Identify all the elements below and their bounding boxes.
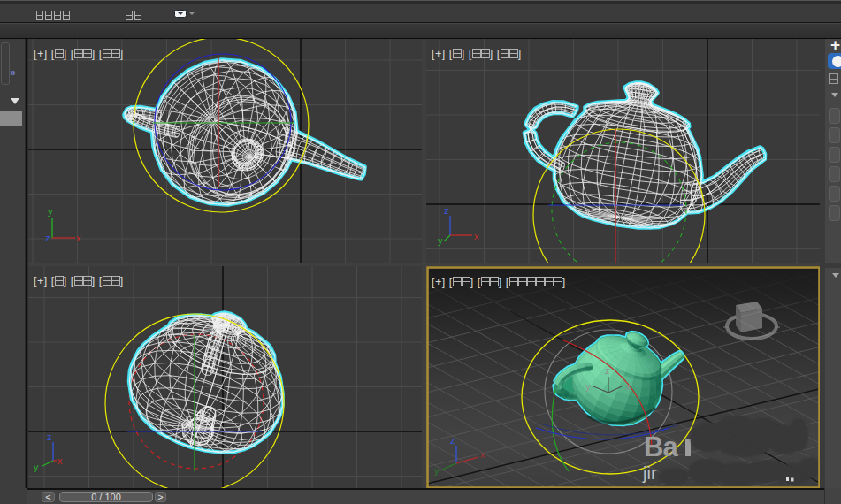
- svg-text:y: y: [438, 235, 443, 246]
- svg-text:z: z: [45, 233, 50, 243]
- svg-text:y: y: [34, 462, 39, 472]
- svg-text:y: y: [585, 381, 591, 392]
- svg-text:z: z: [450, 435, 455, 446]
- svg-text:x: x: [57, 455, 63, 466]
- svg-text:x: x: [474, 231, 479, 241]
- svg-text:z: z: [444, 205, 449, 216]
- svg-text:y: y: [48, 206, 53, 217]
- svg-text:y: y: [434, 465, 440, 476]
- svg-text:x: x: [480, 449, 485, 460]
- svg-text:z: z: [47, 431, 52, 442]
- svg-text:Ba: Ba: [644, 431, 678, 462]
- svg-text:z: z: [605, 365, 610, 376]
- svg-text:x: x: [76, 233, 81, 243]
- svg-text:x: x: [625, 381, 631, 392]
- svg-text:jir: jir: [642, 463, 657, 483]
